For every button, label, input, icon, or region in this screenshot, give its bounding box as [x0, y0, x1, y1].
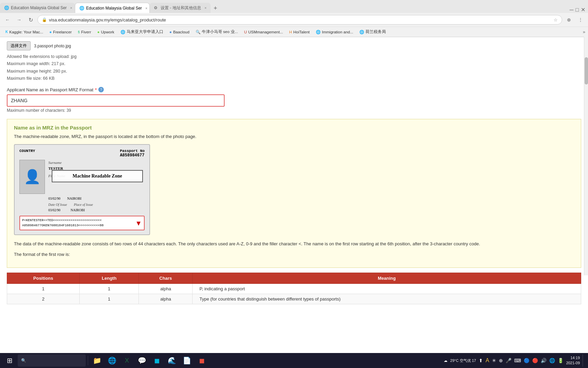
- bookmark-upwork[interactable]: ● Upwork: [95, 29, 117, 35]
- bookmark-seo[interactable]: 🔍 牛津小马哥 seo 业...: [193, 28, 241, 35]
- reload-button[interactable]: ↻: [26, 15, 35, 25]
- row2-positions: 2: [7, 294, 80, 304]
- mrz-line-2: A858984677OKEN7608184F1601013<<<<<<<<<<<…: [22, 223, 142, 228]
- table-header-meaning: Meaning: [193, 273, 581, 283]
- table-row: 2 1 alpha Type (for countries that disti…: [7, 294, 581, 304]
- row1-length: 1: [80, 283, 139, 294]
- row2-length: 1: [80, 294, 139, 304]
- row1-positions: 1: [7, 283, 80, 294]
- bookmark-hoitalent[interactable]: H HoiTalent: [287, 29, 312, 35]
- date-labels-row: Date Of Issue Place of Issue: [48, 202, 145, 208]
- mrz-arrow-icon: ▼: [135, 219, 142, 227]
- tab-3-close[interactable]: ×: [205, 6, 207, 10]
- tab-3-favicon: ⚙: [154, 5, 159, 10]
- close-btn[interactable]: ✕: [581, 6, 585, 13]
- bookmark-usm-icon: U: [244, 30, 247, 34]
- bookmark-kaggle[interactable]: K Kaggle: Your Mac...: [3, 29, 46, 35]
- back-button[interactable]: ←: [3, 15, 12, 25]
- add-tab-button[interactable]: +: [211, 3, 220, 13]
- mrz-input[interactable]: [7, 94, 225, 107]
- tab-bar: 🌐 Education Malaysia Global Ser × 🌐 Educ…: [0, 0, 588, 13]
- forward-button[interactable]: →: [14, 15, 24, 25]
- passport-date-row1: 03/02/90 NAIROBI: [48, 196, 145, 201]
- info-icon[interactable]: ?: [98, 87, 104, 92]
- bookmark-mmu-icon: 🌐: [120, 30, 125, 34]
- bookmark-upwork-label: Upwork: [101, 30, 114, 34]
- tab-2-label: Education Malaysia Global Ser: [86, 6, 142, 11]
- bookmark-star-icon[interactable]: ☆: [554, 17, 558, 22]
- bookmark-usm[interactable]: U USMmanagement...: [241, 29, 286, 35]
- surname-label: Surname: [48, 160, 62, 165]
- bookmarks-more-btn[interactable]: »: [583, 29, 585, 34]
- tab-3-label: 设置 - 地址和其他信息: [161, 5, 201, 11]
- extension-icon[interactable]: ⊕: [564, 15, 574, 25]
- address-field[interactable]: 🔒 visa.educationmalaysia.gov.my/emgs/cat…: [37, 15, 562, 25]
- date-values-row: 03/02/90 NAIROBI: [48, 208, 145, 213]
- passport-body: 👤 Surname TESTER First Name Machine Read…: [19, 160, 145, 213]
- bookmark-mmu[interactable]: 🌐 马来亚大学申请入口: [118, 28, 166, 35]
- row1-meaning: P, indicating a passport: [193, 283, 581, 294]
- bookmark-immigration-label: Immigration and...: [322, 30, 353, 34]
- passport-image-container: COUNTRY Passport No A858984677 👤 Surname…: [14, 144, 150, 235]
- maximize-btn[interactable]: □: [575, 7, 579, 13]
- bookmark-fiverr[interactable]: fi Fiverr: [75, 29, 94, 35]
- bookmark-kaggle-icon: K: [5, 30, 8, 34]
- file-constraints: Allowed file extensions to upload: jpg M…: [7, 53, 581, 82]
- bookmark-immigration-icon: 🌐: [316, 30, 321, 34]
- minimize-btn[interactable]: ─: [570, 7, 573, 13]
- mrz-field-label: Applicant Name as in Passport MRZ Format…: [7, 87, 581, 92]
- file-chooser-button[interactable]: 选择文件: [7, 41, 31, 50]
- date-of-issue-label: Date Of Issue: [48, 202, 67, 208]
- row2-meaning: Type (for countries that distinguish bet…: [193, 294, 581, 304]
- bookmark-nl-tax-label: 荷兰税务局: [365, 29, 386, 34]
- tab-1-close[interactable]: ×: [70, 6, 72, 10]
- table-row: 1 1 alpha P, indicating a passport: [7, 283, 581, 294]
- bookmark-freelancer[interactable]: ● Freelancer: [47, 29, 75, 35]
- place-of-issue-value: NAIROBI: [71, 208, 85, 213]
- lock-icon: 🔒: [42, 17, 47, 22]
- bookmark-fiverr-icon: fi: [78, 30, 80, 34]
- table-header-positions: Positions: [7, 273, 80, 283]
- browser-chrome: 🌐 Education Malaysia Global Ser × 🌐 Educ…: [0, 0, 588, 37]
- bookmark-baacloud[interactable]: ● Baacloud: [167, 29, 192, 35]
- constraint-3: Maximum image height: 280 px.: [7, 68, 581, 75]
- info-box-description-2: The data of the machine-readable zone co…: [14, 241, 574, 247]
- mrz-zone-overlay: Machine Readable Zone: [52, 170, 143, 182]
- scrollbar-thumb[interactable]: [585, 57, 588, 85]
- bookmark-hoitalent-label: HoiTalent: [293, 30, 310, 34]
- constraint-1: Allowed file extensions to upload: jpg: [7, 53, 581, 60]
- bookmark-kaggle-label: Kaggle: Your Mac...: [9, 30, 43, 34]
- table-header-chars: Chars: [139, 273, 193, 283]
- address-text: visa.educationmalaysia.gov.my/emgs/catal…: [49, 17, 166, 22]
- file-chooser-row: 选择文件 3.passport photo.jpg: [7, 41, 581, 50]
- tab-3[interactable]: ⚙ 设置 - 地址和其他信息 ×: [150, 3, 211, 13]
- table-header-length: Length: [80, 273, 139, 283]
- bookmark-freelancer-icon: ●: [49, 30, 52, 34]
- format-text: The format of the first row is:: [14, 251, 574, 258]
- tab-2-favicon: 🌐: [79, 6, 84, 11]
- file-section: 选择文件 3.passport photo.jpg Allowed file e…: [7, 37, 581, 82]
- tab-2[interactable]: 🌐 Education Malaysia Global Ser ×: [75, 3, 150, 13]
- mrz-label-text: Applicant Name as in Passport MRZ Format: [7, 87, 93, 92]
- tab-2-close[interactable]: ×: [145, 6, 147, 10]
- info-box: Name as in MRZ in the Passport The machi…: [7, 119, 581, 268]
- constraint-2: Maximum image width: 217 px.: [7, 60, 581, 67]
- bookmark-baacloud-label: Baacloud: [173, 30, 190, 34]
- passport-no-label: Passport No: [120, 149, 145, 153]
- date-of-issue-value: 03/02/90: [48, 208, 61, 213]
- settings-icon[interactable]: ⋮: [576, 15, 585, 25]
- info-box-description: The machine-readable zone, MRZ, in the p…: [14, 133, 574, 140]
- passport-header: COUNTRY Passport No A858984677: [19, 149, 145, 158]
- bookmark-upwork-icon: ●: [97, 30, 100, 34]
- tab-extension-area: ─ □ ✕: [570, 6, 588, 13]
- bookmark-immigration[interactable]: 🌐 Immigration and...: [313, 29, 356, 35]
- mrz-line-1: P<KENTESTER<<TED<<<<<<<<<<<<<<<<<<<<<<<<…: [22, 218, 142, 223]
- tab-1[interactable]: 🌐 Education Malaysia Global Ser ×: [0, 3, 75, 13]
- bookmark-seo-icon: 🔍: [196, 30, 200, 34]
- bookmark-mmu-label: 马来亚大学申请入口: [127, 29, 163, 34]
- passport-no-value: A858984677: [120, 153, 144, 158]
- bookmarks-bar: K Kaggle: Your Mac... ● Freelancer fi Fi…: [0, 27, 588, 37]
- address-bar-row: ← → ↻ 🔒 visa.educationmalaysia.gov.my/em…: [0, 13, 588, 27]
- scrollbar[interactable]: [584, 37, 588, 275]
- bookmark-nl-tax[interactable]: 🌐 荷兰税务局: [357, 28, 389, 35]
